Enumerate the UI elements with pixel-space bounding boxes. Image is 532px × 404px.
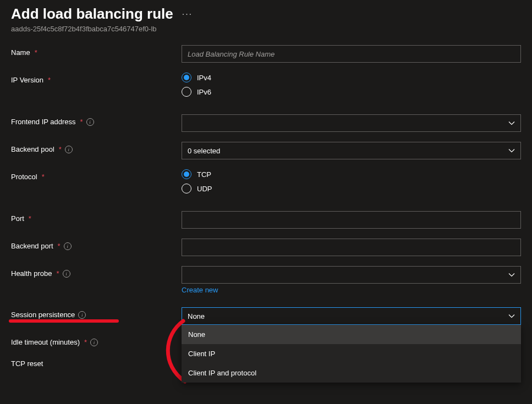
health-probe-select[interactable]: [182, 266, 521, 284]
backend-port-label: Backend port: [11, 242, 53, 250]
frontend-ip-label: Frontend IP address: [11, 118, 76, 126]
ip-version-ipv4-radio[interactable]: IPv4: [182, 73, 521, 82]
port-input[interactable]: [182, 211, 521, 229]
info-icon[interactable]: i: [65, 146, 73, 153]
required-star: *: [80, 118, 83, 126]
required-star: *: [42, 173, 45, 181]
required-star: *: [35, 48, 37, 57]
protocol-tcp-radio[interactable]: TCP: [182, 169, 521, 179]
radio-selected-icon: [182, 73, 191, 82]
info-icon[interactable]: i: [86, 118, 94, 126]
radio-selected-icon: [182, 169, 191, 179]
chevron-down-icon: [508, 272, 515, 278]
required-star: *: [56, 269, 59, 278]
annotation-underline: [9, 319, 119, 323]
info-icon[interactable]: i: [90, 339, 98, 346]
tcp-radio-label: TCP: [197, 170, 211, 179]
backend-pool-select[interactable]: 0 selected: [182, 142, 521, 159]
dropdown-option-client-ip[interactable]: Client IP: [182, 344, 521, 363]
chevron-down-icon: [508, 120, 515, 126]
chevron-down-icon: [508, 313, 515, 319]
required-star: *: [58, 242, 61, 250]
radio-unselected-icon: [182, 184, 191, 193]
required-star: *: [59, 145, 62, 153]
health-probe-label: Health probe: [11, 269, 52, 278]
info-icon[interactable]: i: [63, 270, 70, 278]
frontend-ip-select[interactable]: [182, 114, 521, 132]
protocol-udp-radio[interactable]: UDP: [182, 184, 521, 193]
required-star: *: [84, 338, 87, 346]
backend-pool-value: 0 selected: [188, 147, 220, 155]
udp-radio-label: UDP: [197, 185, 212, 193]
dropdown-option-client-ip-protocol[interactable]: Client IP and protocol: [182, 363, 521, 383]
backend-pool-label: Backend pool: [11, 145, 54, 153]
info-icon[interactable]: i: [78, 311, 86, 319]
session-persistence-label: Session persistence: [11, 311, 75, 319]
required-star: *: [48, 76, 51, 84]
idle-timeout-label: Idle timeout (minutes): [11, 338, 80, 346]
resource-subtitle: aadds-25f4c5c8f72b4f3fbabca7c546747ef0-l…: [11, 25, 521, 33]
more-actions-icon[interactable]: ···: [182, 9, 193, 19]
page-title: Add load balancing rule: [11, 5, 173, 23]
name-label: Name: [11, 48, 30, 57]
ip-version-ipv6-radio[interactable]: IPv6: [182, 87, 521, 97]
ipv6-radio-label: IPv6: [197, 88, 211, 96]
info-icon[interactable]: i: [64, 242, 72, 250]
ip-version-label: IP Version: [11, 76, 43, 84]
create-new-link[interactable]: Create new: [182, 286, 218, 294]
ipv4-radio-label: IPv4: [197, 74, 211, 82]
protocol-label: Protocol: [11, 173, 37, 181]
name-input[interactable]: [182, 45, 521, 63]
radio-unselected-icon: [182, 87, 191, 97]
tcp-reset-label: TCP reset: [11, 359, 43, 368]
port-label: Port: [11, 214, 24, 223]
backend-port-input[interactable]: [182, 239, 521, 256]
dropdown-option-none[interactable]: None: [182, 325, 521, 344]
required-star: *: [29, 214, 31, 223]
session-persistence-select[interactable]: None: [182, 307, 521, 325]
chevron-down-icon: [508, 147, 515, 154]
session-persistence-dropdown: None Client IP Client IP and protocol: [182, 325, 521, 383]
